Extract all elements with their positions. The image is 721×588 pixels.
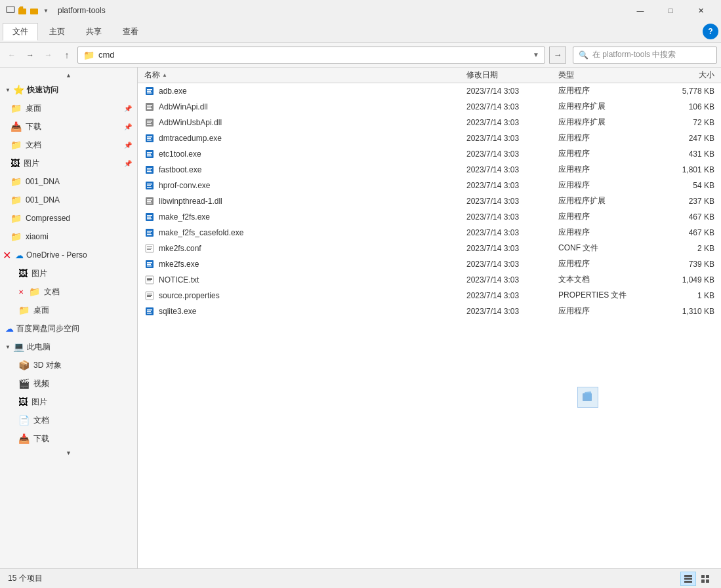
file-name: make_f2fs_casefold.exe: [159, 228, 243, 237]
file-date: 2023/7/14 3:03: [463, 275, 554, 284]
quick-access-icon-2[interactable]: [17, 5, 28, 16]
sidebar-item-compressed[interactable]: 📁 Compressed: [0, 209, 137, 227]
minimize-button[interactable]: —: [625, 0, 655, 21]
ribbon: 文件 主页 共享 查看 ?: [0, 21, 721, 43]
search-icon: 🔍: [579, 50, 588, 60]
sidebar-item-downloads-pc[interactable]: 📥 下载: [0, 429, 137, 448]
file-type-icon: [144, 227, 155, 238]
svg-rect-56: [147, 294, 152, 294]
file-date: 2023/7/14 3:03: [463, 149, 554, 159]
back-button[interactable]: ←: [4, 47, 20, 63]
file-name: source.properties: [159, 291, 220, 300]
file-type: 应用程序: [554, 85, 653, 96]
table-row[interactable]: libwinpthread-1.dll 2023/7/14 3:03 应用程序扩…: [138, 193, 721, 209]
svg-rect-37: [147, 216, 151, 218]
address-path: cmd: [98, 50, 529, 60]
table-row[interactable]: mke2fs.exe 2023/7/14 3:03 应用程序 739 KB: [138, 256, 721, 272]
sidebar-item-pics-pc[interactable]: 🖼 图片: [0, 393, 137, 411]
file-name: AdbWinUsbApi.dll: [159, 118, 222, 127]
file-name: make_f2fs.exe: [159, 212, 210, 222]
col-header-type[interactable]: 类型: [554, 68, 653, 83]
svg-rect-4: [147, 89, 152, 90]
maximize-button[interactable]: □: [655, 0, 686, 21]
table-row[interactable]: AdbWinApi.dll 2023/7/14 3:03 应用程序扩展 106 …: [138, 99, 721, 115]
onedrive-header[interactable]: ✕ ☁ OneDrive - Perso: [0, 246, 137, 264]
close-button[interactable]: ✕: [686, 0, 716, 21]
sidebar-item-dna-2[interactable]: 📁 001_DNA: [0, 191, 137, 209]
col-header-date[interactable]: 修改日期: [463, 68, 554, 83]
svg-rect-38: [147, 218, 152, 220]
sidebar-item-video[interactable]: 🎬 视频: [0, 374, 137, 393]
title-text: platform-tools: [55, 6, 621, 15]
dropdown-icon[interactable]: ▼: [41, 5, 51, 16]
file-type: 应用程序: [554, 211, 653, 222]
table-row[interactable]: sqlite3.exe 2023/7/14 3:03 应用程序 1,310 KB: [138, 304, 721, 319]
table-row[interactable]: etc1tool.exe 2023/7/14 3:03 应用程序 431 KB: [138, 146, 721, 162]
pc-header[interactable]: ▼ 💻 此电脑: [0, 338, 137, 356]
svg-rect-10: [147, 108, 152, 109]
col-header-name[interactable]: 名称 ▲: [140, 68, 463, 83]
details-view-button[interactable]: [680, 572, 696, 586]
sidebar-item-od-docs[interactable]: ✕ 📁 文档: [0, 283, 137, 301]
quick-access-header[interactable]: ▼ ⭐ 快速访问: [0, 81, 137, 99]
quick-access-icon-3[interactable]: [29, 5, 39, 16]
file-type-icon: [144, 212, 155, 222]
sidebar-label-od-docs: 文档: [44, 286, 60, 298]
window-controls: — □ ✕: [625, 0, 716, 21]
tab-share[interactable]: 共享: [76, 23, 112, 41]
table-row[interactable]: source.properties 2023/7/14 3:03 PROPERT…: [138, 288, 721, 304]
table-row[interactable]: make_f2fs.exe 2023/7/14 3:03 应用程序 467 KB: [138, 209, 721, 225]
sidebar-scroll-up[interactable]: ▲: [0, 70, 137, 81]
file-type: 应用程序: [554, 258, 653, 269]
sidebar-item-xiaomi[interactable]: 📁 xiaomi: [0, 227, 137, 246]
sidebar-item-desktop-1[interactable]: 📁 桌面 📌: [0, 99, 137, 117]
svg-rect-32: [147, 199, 152, 201]
file-date: 2023/7/14 3:03: [463, 307, 554, 316]
sidebar-item-docs-pc[interactable]: 📄 文档: [0, 411, 137, 429]
svg-rect-12: [147, 121, 152, 122]
table-row[interactable]: mke2fs.conf 2023/7/14 3:03 CONF 文件 2 KB: [138, 241, 721, 256]
table-row[interactable]: dmtracedump.exe 2023/7/14 3:03 应用程序 247 …: [138, 130, 721, 146]
table-row[interactable]: AdbWinUsbApi.dll 2023/7/14 3:03 应用程序扩展 7…: [138, 115, 721, 130]
svg-rect-68: [701, 579, 705, 583]
sidebar-item-3d[interactable]: 📦 3D 对象: [0, 356, 137, 374]
svg-rect-58: [147, 296, 151, 297]
sidebar-item-od-pics[interactable]: 🖼 图片: [0, 264, 137, 283]
search-box[interactable]: 🔍 在 platform-tools 中搜索: [573, 47, 717, 64]
baidu-header[interactable]: ☁ 百度网盘同步空间: [0, 319, 137, 338]
file-date: 2023/7/14 3:03: [463, 165, 554, 174]
file-type-icon: [144, 86, 155, 96]
sidebar-item-pics-1[interactable]: 🖼 图片 📌: [0, 154, 137, 172]
sidebar-item-dna-1[interactable]: 📁 001_DNA: [0, 172, 137, 191]
sidebar-item-docs-1[interactable]: 📁 文档 📌: [0, 136, 137, 154]
svg-rect-71: [585, 391, 592, 400]
sidebar-item-od-desktop[interactable]: 📁 桌面: [0, 301, 137, 319]
table-row[interactable]: adb.exe 2023/7/14 3:03 应用程序 5,778 KB: [138, 83, 721, 99]
tab-view[interactable]: 查看: [113, 23, 148, 41]
file-size: 467 KB: [653, 212, 718, 222]
svg-rect-65: [684, 581, 692, 583]
icon-view-button[interactable]: [697, 572, 713, 586]
file-type: 应用程序扩展: [554, 101, 653, 112]
sidebar-label-3d: 3D 对象: [33, 360, 62, 371]
tab-file[interactable]: 文件: [3, 23, 38, 41]
table-row[interactable]: hprof-conv.exe 2023/7/14 3:03 应用程序 54 KB: [138, 178, 721, 193]
file-type-icon: [144, 243, 155, 254]
sidebar-item-downloads-1[interactable]: 📥 下载 📌: [0, 117, 137, 136]
go-button[interactable]: →: [549, 47, 566, 64]
title-bar-icons: ▼: [5, 5, 51, 16]
table-row[interactable]: fastboot.exe 2023/7/14 3:03 应用程序 1,801 K…: [138, 162, 721, 178]
col-header-size[interactable]: 大小: [653, 68, 718, 83]
help-button[interactable]: ?: [703, 24, 718, 39]
quick-access-icon-1[interactable]: [5, 5, 16, 16]
table-row[interactable]: make_f2fs_casefold.exe 2023/7/14 3:03 应用…: [138, 225, 721, 241]
up-dir-button[interactable]: ↑: [59, 47, 75, 63]
tab-home[interactable]: 主页: [39, 23, 75, 41]
sidebar-scroll-down[interactable]: ▼: [0, 448, 137, 458]
address-input[interactable]: 📁 cmd ▼: [77, 47, 545, 64]
file-name: hprof-conv.exe: [159, 181, 211, 190]
ribbon-tabs: 文件 主页 共享 查看 ?: [0, 21, 721, 42]
pics-pc-icon: 🖼: [18, 397, 28, 407]
forward-button[interactable]: →: [22, 47, 38, 63]
table-row[interactable]: NOTICE.txt 2023/7/14 3:03 文本文档 1,049 KB: [138, 272, 721, 288]
